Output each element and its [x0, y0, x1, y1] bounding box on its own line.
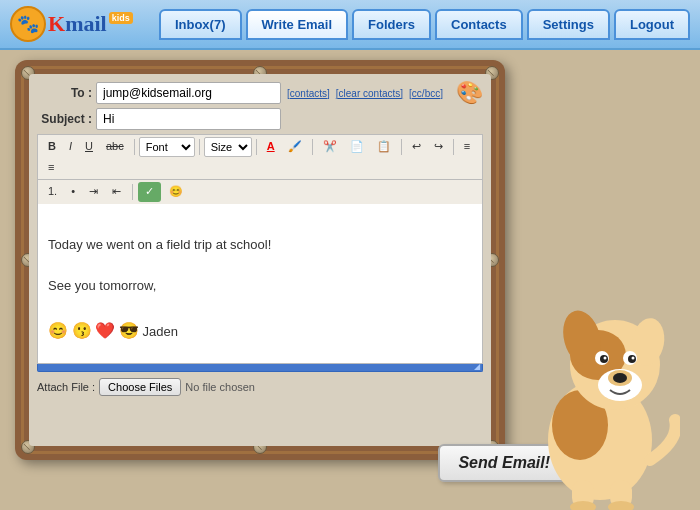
logo-k: K: [48, 11, 65, 36]
editor-resize-bar[interactable]: [37, 364, 483, 372]
inner-content: 🎨 To : [contacts] [clear contacts] [cc/b…: [29, 74, 491, 446]
logo-kids: kids: [109, 12, 133, 24]
nav-tab-write[interactable]: Write Email: [246, 9, 349, 40]
frame-area: 🎨 To : [contacts] [clear contacts] [cc/b…: [0, 50, 700, 510]
size-select[interactable]: Size 10 12 14: [204, 137, 252, 157]
email-line-1: [48, 214, 472, 235]
paste-button[interactable]: 📋: [371, 137, 397, 156]
undo-button[interactable]: ↩: [406, 137, 427, 156]
toolbar-sep2: [199, 139, 200, 155]
email-line-4: See you tomorrow,: [48, 276, 472, 297]
logo: 🐾 Kmail kids: [10, 6, 133, 42]
bold-button[interactable]: B: [42, 137, 62, 156]
contacts-link[interactable]: [contacts]: [285, 88, 332, 99]
subject-label: Subject :: [37, 112, 92, 126]
paint-icon: 🎨: [456, 80, 483, 106]
nav-tab-contacts[interactable]: Contacts: [435, 9, 523, 40]
to-input[interactable]: [96, 82, 281, 104]
strikethrough-button[interactable]: abc: [100, 137, 130, 156]
to-links: [contacts] [clear contacts] [cc/bcc]: [285, 88, 445, 99]
subject-row: Subject :: [37, 108, 483, 130]
clear-contacts-link[interactable]: [clear contacts]: [334, 88, 405, 99]
outdent-button[interactable]: ⇤: [106, 182, 127, 201]
toolbar-row2: 1. • ⇥ ⇤ ✓ 😊: [37, 180, 483, 203]
nav-tab-logout[interactable]: Logout: [614, 9, 690, 40]
attach-row: Attach File : Choose Files No file chose…: [37, 378, 483, 396]
toolbar-sep1: [134, 139, 135, 155]
align-right-button[interactable]: ≡: [42, 158, 60, 177]
unordered-list-button[interactable]: •: [65, 182, 81, 201]
underline-button[interactable]: U: [79, 137, 99, 156]
wood-frame: 🎨 To : [contacts] [clear contacts] [cc/b…: [15, 60, 505, 460]
nav-tab-settings[interactable]: Settings: [527, 9, 610, 40]
attach-label: Attach File :: [37, 381, 95, 393]
email-line-5: [48, 297, 472, 318]
check-button[interactable]: ✓: [138, 182, 161, 201]
email-line-3: [48, 255, 472, 276]
svg-point-8: [613, 373, 627, 383]
editor-body[interactable]: Today we went on a field trip at school!…: [37, 204, 483, 364]
svg-point-14: [632, 357, 635, 360]
editor-toolbar: B I U abc Font Arial Times Size 10 12: [37, 134, 483, 180]
highlight-button[interactable]: 🖌️: [282, 137, 308, 156]
font-select[interactable]: Font Arial Times: [139, 137, 195, 157]
ordered-list-button[interactable]: 1.: [42, 182, 63, 201]
toolbar2-sep: [132, 184, 133, 200]
nav-tabs: Inbox(7) Write Email Folders Contacts Se…: [159, 9, 690, 40]
nav-tab-inbox[interactable]: Inbox(7): [159, 9, 242, 40]
logo-icon: 🐾: [10, 6, 46, 42]
cut-button[interactable]: ✂️: [317, 137, 343, 156]
compose-area: 🎨 To : [contacts] [clear contacts] [cc/b…: [37, 82, 483, 438]
font-color-button[interactable]: A: [261, 137, 281, 156]
toolbar-sep4: [312, 139, 313, 155]
cc-bcc-link[interactable]: [cc/bcc]: [407, 88, 445, 99]
email-line-6: 😊 😗 ❤️ 😎 Jaden: [48, 318, 472, 344]
attach-no-file: No file chosen: [185, 381, 255, 393]
toolbar-sep5: [401, 139, 402, 155]
dog-illustration: [520, 230, 680, 510]
redo-button[interactable]: ↪: [428, 137, 449, 156]
toolbar-sep6: [453, 139, 454, 155]
header: 🐾 Kmail kids Inbox(7) Write Email Folder…: [0, 0, 700, 50]
logo-text: Kmail: [48, 11, 107, 37]
attach-button[interactable]: Choose Files: [99, 378, 181, 396]
to-row: To : [contacts] [clear contacts] [cc/bcc…: [37, 82, 483, 104]
toolbar-sep3: [256, 139, 257, 155]
emoji-button[interactable]: 😊: [163, 182, 189, 201]
nav-tab-folders[interactable]: Folders: [352, 9, 431, 40]
align-left-button[interactable]: ≡: [458, 137, 476, 156]
indent-button[interactable]: ⇥: [83, 182, 104, 201]
subject-input[interactable]: [96, 108, 281, 130]
to-label: To :: [37, 86, 92, 100]
copy-button[interactable]: 📄: [344, 137, 370, 156]
svg-point-13: [604, 357, 607, 360]
italic-button[interactable]: I: [63, 137, 78, 156]
email-line-2: Today we went on a field trip at school!: [48, 235, 472, 256]
